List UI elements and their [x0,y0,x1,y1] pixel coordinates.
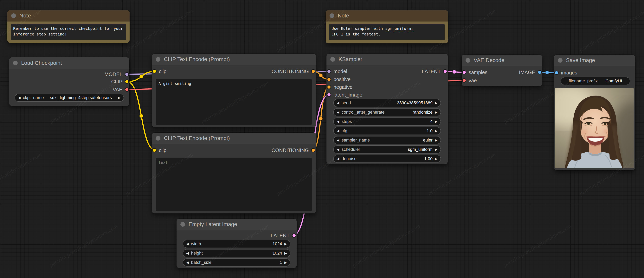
images-input-dot[interactable] [554,71,559,75]
input-slot-positive: positive [327,75,350,83]
collapse-dot[interactable] [180,222,185,227]
output-slot-image: IMAGE [519,68,542,76]
prompt-textarea[interactable] [156,158,312,211]
increment-arrow-icon[interactable]: ▶ [435,129,438,133]
prompt-textarea[interactable]: A girl smiling [156,79,312,125]
input-slot-model: model [327,67,347,75]
increment-arrow-icon[interactable]: ▶ [435,148,438,151]
clip-input-dot[interactable] [152,148,156,152]
collapse-dot[interactable] [11,13,16,18]
node-load-checkpoint-header[interactable]: Load Checkpoint [9,57,130,69]
node-clip-positive-header[interactable]: CLIP Text Encode (Prompt) [152,54,316,65]
node-save-image-header[interactable]: Save Image [554,55,635,66]
widget-seed[interactable]: ◀ seed 383043859951889 ▶ [333,99,441,107]
increment-arrow-icon[interactable]: ▶ [435,120,438,123]
node-vae-decode-header[interactable]: VAE Decode [462,55,542,66]
collapse-dot[interactable] [156,136,160,141]
portrait-illustration [555,88,634,168]
vae-input-dot[interactable] [462,78,466,83]
vae-output-dot[interactable] [125,87,129,92]
widget-sampler-name[interactable]: ◀ sampler_name euler ▶ [333,136,441,144]
node-ksampler[interactable]: KSampler model positive negative latent_… [326,54,448,164]
node-title: Note [20,12,31,19]
increment-arrow-icon[interactable]: ▶ [435,138,438,142]
node-save-image[interactable]: Save Image images filename_prefix ComfyU… [554,55,635,170]
collapse-dot[interactable] [13,61,18,65]
widget-steps[interactable]: ◀ steps 4 ▶ [333,117,441,126]
increment-arrow-icon[interactable]: ▶ [435,157,438,161]
node-clip-text-encode-negative[interactable]: CLIP Text Encode (Prompt) clip CONDITION… [152,133,316,214]
node-load-checkpoint[interactable]: Load Checkpoint MODEL CLIP VAE ◀ ckpt_na… [9,57,130,106]
increment-arrow-icon[interactable]: ▶ [284,261,287,265]
collapse-dot[interactable] [558,58,562,63]
increment-arrow-icon[interactable]: ▶ [435,101,438,105]
node-graph-canvas[interactable]: Note Remember to use the correct checkpo… [0,0,644,278]
output-slot-vae: VAE [113,86,129,93]
output-slot-conditioning: CONDITIONING [272,146,316,154]
decrement-arrow-icon[interactable]: ◀ [337,138,339,142]
widget-width[interactable]: ◀ width 1024 ▶ [183,240,290,248]
output-slot-clip: CLIP [111,78,129,85]
collapse-dot[interactable] [330,13,334,18]
decrement-arrow-icon[interactable]: ◀ [337,110,339,114]
widget-filename-prefix[interactable]: filename_prefix ComfyUI [560,77,630,85]
node-note-1-header[interactable]: Note [7,10,130,21]
node-ksampler-header[interactable]: KSampler [326,54,448,65]
decrement-arrow-icon[interactable]: ◀ [337,157,339,161]
model-output-dot[interactable] [125,72,129,76]
node-title: CLIP Text Encode (Prompt) [164,135,230,141]
conditioning-output-dot[interactable] [311,148,316,152]
node-empty-latent-image[interactable]: Empty Latent Image LATENT ◀ width 1024 ▶… [176,219,296,268]
increment-arrow-icon[interactable]: ▶ [284,251,287,255]
latent-output-dot[interactable] [443,69,447,73]
input-slot-vae: vae [462,77,477,84]
widget-denoise[interactable]: ◀ denoise 1.00 ▶ [333,155,441,163]
widget-control-after-generate[interactable]: ◀ control_after_generate randomize ▶ [333,108,441,116]
decrement-arrow-icon[interactable]: ◀ [186,242,189,246]
collapse-dot[interactable] [156,57,160,62]
decrement-arrow-icon[interactable]: ◀ [337,148,339,151]
note-text[interactable]: Remember to use the correct checkpoint f… [11,24,126,40]
samples-input-dot[interactable] [462,70,466,74]
model-input-dot[interactable] [327,69,331,73]
positive-input-dot[interactable] [327,77,331,81]
node-empty-latent-header[interactable]: Empty Latent Image [176,219,296,230]
decrement-arrow-icon[interactable]: ◀ [18,96,20,100]
input-slot-negative: negative [327,83,352,91]
output-slot-latent: LATENT [270,232,296,240]
node-title: VAE Decode [474,57,504,63]
increment-arrow-icon[interactable]: ▶ [435,110,438,114]
clip-input-dot[interactable] [152,69,156,73]
conditioning-output-dot[interactable] [311,69,316,73]
decrement-arrow-icon[interactable]: ◀ [186,251,189,255]
decrement-arrow-icon[interactable]: ◀ [337,129,339,133]
increment-arrow-icon[interactable]: ▶ [118,96,120,100]
node-vae-decode[interactable]: VAE Decode samples vae IMAGE [462,55,542,86]
widget-scheduler[interactable]: ◀ scheduler sgm_uniform ▶ [333,145,441,154]
decrement-arrow-icon[interactable]: ◀ [337,120,339,123]
increment-arrow-icon[interactable]: ▶ [284,242,287,246]
clip-output-dot[interactable] [125,79,129,84]
node-clip-negative-header[interactable]: CLIP Text Encode (Prompt) [152,133,316,144]
node-title: Note [338,12,349,19]
node-note-2[interactable]: Note Use Euler sampler with sgm_uniform.… [326,10,448,43]
node-note-1[interactable]: Note Remember to use the correct checkpo… [7,10,130,43]
note-text[interactable]: Use Euler sampler with sgm_uniform. CFG … [329,24,444,40]
widget-batch-size[interactable]: ◀ batch_size 1 ▶ [183,259,290,267]
node-note-2-header[interactable]: Note [326,10,448,21]
widget-cfg[interactable]: ◀ cfg 1.0 ▶ [333,127,441,135]
negative-input-dot[interactable] [327,85,331,89]
latent-image-input-dot[interactable] [327,93,331,97]
generated-image-preview [555,88,634,168]
output-slot-latent: LATENT [422,67,447,75]
decrement-arrow-icon[interactable]: ◀ [337,101,339,105]
input-slot-clip: clip [152,146,166,154]
decrement-arrow-icon[interactable]: ◀ [186,261,189,265]
collapse-dot[interactable] [466,58,470,63]
widget-ckpt-name[interactable]: ◀ ckpt_name sdxl_lightning_4step.safeten… [14,94,124,102]
widget-height[interactable]: ◀ height 1024 ▶ [183,249,290,257]
node-clip-text-encode-positive[interactable]: CLIP Text Encode (Prompt) clip CONDITION… [152,54,316,127]
collapse-dot[interactable] [330,57,335,62]
latent-output-dot[interactable] [292,233,296,238]
image-output-dot[interactable] [538,70,542,74]
